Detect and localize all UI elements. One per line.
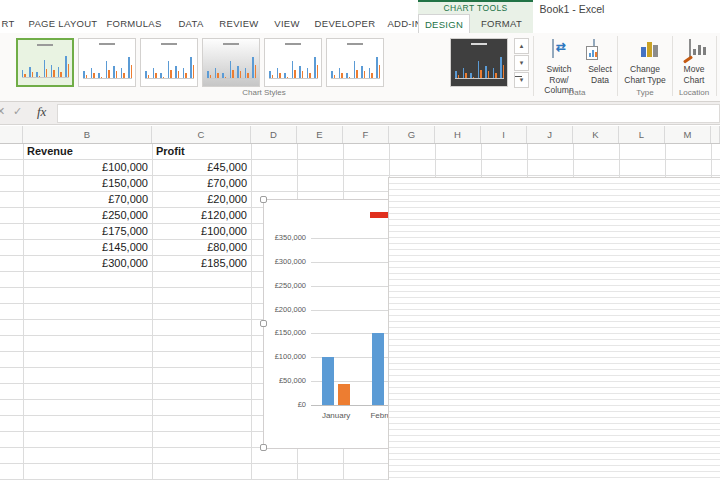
thumb-profit-bar bbox=[272, 75, 274, 78]
grid-cell[interactable]: £185,000 bbox=[152, 256, 251, 272]
grid-cell[interactable]: £145,000 bbox=[23, 240, 152, 256]
grid-cell[interactable]: £20,000 bbox=[152, 192, 251, 208]
chart-style-thumbnail[interactable] bbox=[16, 38, 74, 87]
column-header[interactable]: H bbox=[435, 126, 481, 143]
thumb-profit-bar bbox=[247, 73, 249, 78]
thumb-profit-bar bbox=[193, 65, 195, 78]
thumb-profit-bar bbox=[86, 75, 88, 78]
chart-style-thumbnail[interactable] bbox=[264, 38, 322, 87]
column-header[interactable]: M bbox=[665, 126, 711, 143]
grid-cell[interactable]: £70,000 bbox=[23, 192, 152, 208]
chart-selection-handle[interactable] bbox=[260, 196, 267, 203]
grid-cell[interactable]: £250,000 bbox=[23, 208, 152, 224]
tab-review[interactable]: REVIEW bbox=[213, 15, 265, 33]
thumbnail-title-dash bbox=[37, 44, 53, 46]
y-axis-tick-label: £250,000 bbox=[264, 281, 306, 291]
thumb-revenue-bar bbox=[284, 73, 286, 78]
column-header[interactable] bbox=[711, 126, 720, 143]
column-header[interactable]: E bbox=[297, 126, 343, 143]
chart-style-thumbnail[interactable] bbox=[388, 177, 720, 480]
switch-row-column-button[interactable]: ⇄ Switch Row/Column bbox=[536, 36, 582, 96]
thumb-revenue-bar bbox=[215, 68, 217, 78]
tab-page-layout[interactable]: PAGE LAYOUT bbox=[28, 15, 98, 33]
move-chart-button[interactable]: MoveChart bbox=[673, 36, 715, 96]
grid-cell[interactable]: £120,000 bbox=[152, 208, 251, 224]
tab-format[interactable]: FORMAT bbox=[470, 15, 533, 33]
formula-input[interactable] bbox=[57, 104, 720, 123]
grid-cell[interactable]: £80,000 bbox=[152, 240, 251, 256]
revenue-bar[interactable] bbox=[372, 333, 384, 405]
grid-cell[interactable]: £45,000 bbox=[152, 160, 251, 176]
insert-function-icon[interactable]: fx bbox=[37, 104, 46, 120]
grid-cell[interactable]: Revenue bbox=[23, 144, 152, 160]
gallery-scroll-up-icon[interactable]: ▴ bbox=[514, 38, 529, 54]
change-chart-type-button[interactable]: ChangeChart Type bbox=[619, 36, 671, 96]
thumb-profit-bar bbox=[255, 65, 257, 78]
column-header[interactable]: G bbox=[389, 126, 435, 143]
grid-cell[interactable]: £100,000 bbox=[152, 224, 251, 240]
thumb-revenue-bar bbox=[307, 68, 309, 78]
grid-cell[interactable]: £70,000 bbox=[152, 176, 251, 192]
column-header[interactable]: K bbox=[573, 126, 619, 143]
chart-style-thumbnail[interactable] bbox=[202, 38, 260, 87]
tab-rt[interactable]: RT bbox=[0, 15, 21, 33]
column-header[interactable]: I bbox=[481, 126, 527, 143]
column-header[interactable]: L bbox=[619, 126, 665, 143]
confirm-icon[interactable]: ✓ bbox=[13, 105, 22, 118]
profit-bar[interactable] bbox=[338, 384, 350, 405]
grid-cell[interactable]: £100,000 bbox=[23, 160, 152, 176]
tab-view[interactable]: VIEW bbox=[265, 15, 309, 33]
data-group-label: Data bbox=[547, 88, 607, 100]
thumb-profit-bar bbox=[155, 73, 157, 78]
column-header[interactable]: B bbox=[23, 126, 152, 143]
column-header[interactable]: D bbox=[251, 126, 297, 143]
chart-style-thumbnail[interactable] bbox=[78, 38, 136, 87]
thumb-profit-bar bbox=[108, 70, 110, 78]
thumb-revenue-bar bbox=[98, 73, 100, 78]
tab-formulas[interactable]: FORMULAS bbox=[102, 15, 166, 33]
chart-style-thumbnail[interactable] bbox=[140, 38, 198, 87]
chart-style-thumbnail[interactable] bbox=[326, 38, 384, 87]
gallery-more-icon[interactable]: ▾ bbox=[514, 72, 529, 88]
chart-selection-handle[interactable] bbox=[260, 444, 267, 451]
grid-cell[interactable]: £300,000 bbox=[23, 256, 152, 272]
thumbnail-title-dash bbox=[161, 43, 177, 45]
thumb-revenue-bar bbox=[299, 66, 301, 78]
thumb-profit-bar bbox=[371, 73, 373, 78]
thumb-revenue-bar bbox=[91, 68, 93, 78]
grid-cell[interactable]: £150,000 bbox=[23, 176, 152, 192]
chart-style-thumbnail[interactable] bbox=[450, 38, 508, 87]
thumb-profit-bar bbox=[458, 75, 460, 78]
cancel-icon[interactable]: ✕ bbox=[0, 105, 5, 118]
gallery-scroll-down-icon[interactable]: ▾ bbox=[514, 55, 529, 71]
tab-developer[interactable]: DEVELOPER bbox=[311, 15, 379, 33]
thumb-profit-bar bbox=[93, 73, 95, 78]
ribbon: ▴ ▾ ▾ Chart Styles ⇄ Switch Row/Column S… bbox=[0, 33, 720, 102]
thumb-revenue-bar bbox=[470, 73, 472, 78]
tab-design[interactable]: DESIGN bbox=[418, 14, 470, 33]
y-axis-tick-label: £350,000 bbox=[264, 233, 306, 243]
chart-selection-handle[interactable] bbox=[260, 320, 267, 327]
thumb-profit-bar bbox=[131, 65, 133, 78]
y-axis-tick-label: £200,000 bbox=[264, 305, 306, 315]
revenue-bar[interactable] bbox=[322, 357, 334, 405]
column-header[interactable]: J bbox=[527, 126, 573, 143]
grid-cell[interactable]: £175,000 bbox=[23, 224, 152, 240]
thumb-revenue-bar bbox=[346, 73, 348, 78]
column-header[interactable]: F bbox=[343, 126, 389, 143]
thumb-revenue-bar bbox=[485, 66, 487, 78]
thumb-revenue-bar bbox=[113, 66, 115, 78]
column-header[interactable] bbox=[0, 126, 23, 143]
thumb-profit-bar bbox=[341, 73, 343, 78]
grid-cell[interactable]: Profit bbox=[152, 144, 251, 160]
thumb-revenue-bar bbox=[58, 67, 59, 77]
thumb-profit-bar bbox=[379, 65, 381, 78]
thumb-profit-bar bbox=[68, 64, 69, 77]
thumb-profit-bar bbox=[495, 73, 497, 78]
column-header[interactable]: C bbox=[152, 126, 251, 143]
thumbnail-title-dash bbox=[285, 43, 301, 45]
select-data-button[interactable]: SelectData bbox=[583, 36, 617, 96]
thumb-revenue-bar bbox=[455, 71, 457, 78]
tab-data[interactable]: DATA bbox=[170, 15, 212, 33]
thumb-profit-bar bbox=[178, 71, 180, 78]
